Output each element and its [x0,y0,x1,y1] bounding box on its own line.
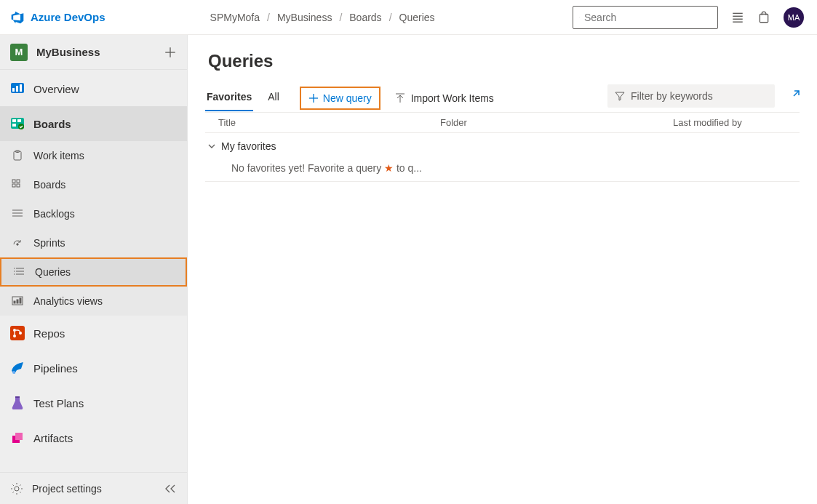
svg-rect-6 [760,14,768,22]
azure-devops-icon [10,10,25,25]
svg-rect-45 [15,433,23,440]
sidebar-item-boards-sub[interactable]: Boards [0,170,187,199]
breadcrumb-separator: / [267,12,270,23]
artifacts-icon [10,431,25,445]
project-avatar: M [10,44,28,61]
sidebar-item-artifacts[interactable]: Artifacts [0,420,187,455]
repos-icon [10,326,25,340]
sidebar-item-workitems[interactable]: Work items [0,141,187,170]
shopping-bag-icon[interactable] [757,11,770,24]
testplans-icon [10,396,25,410]
svg-rect-22 [17,180,20,183]
project-name: MyBusiness [36,46,155,58]
sidebar-item-label: Artifacts [33,432,73,444]
sidebar-item-boards[interactable]: Boards [0,106,187,141]
svg-rect-15 [12,124,16,127]
tab-all[interactable]: All [266,85,281,111]
sidebar-item-label: Work items [33,150,84,161]
breadcrumb: SPMyMofa / MyBusiness / Boards / Queries [210,12,435,23]
sidebar-item-label: Sprints [33,237,65,249]
star-icon: ★ [384,162,394,174]
svg-rect-11 [16,86,18,92]
breadcrumb-item[interactable]: Queries [399,12,435,23]
svg-point-40 [13,335,16,337]
tab-favorites[interactable]: Favorites [205,85,253,111]
breadcrumb-item[interactable]: SPMyMofa [210,12,260,23]
collapse-icon[interactable] [164,484,177,494]
filter-icon [615,91,625,101]
sidebar-item-queries[interactable]: Queries [0,257,187,287]
sidebar-item-analytics[interactable]: Analytics views [0,287,187,316]
sidebar-item-pipelines[interactable]: Pipelines [0,351,187,385]
gear-icon [10,482,23,495]
pivot-group: Favorites All [205,85,281,111]
col-folder[interactable]: Folder [440,117,673,128]
breadcrumb-item[interactable]: Boards [349,12,381,23]
sprint-icon [10,236,25,250]
user-avatar[interactable]: MA [784,7,804,28]
filter-by-keywords[interactable]: Filter by keywords [607,84,775,108]
svg-point-42 [12,371,15,374]
body: M MyBusiness Overview Boards Work items [0,35,817,504]
svg-point-39 [13,329,16,332]
new-query-button[interactable]: New query [300,87,380,110]
import-icon [395,93,405,103]
sidebar-item-label: Boards [33,179,65,191]
svg-point-0 [579,17,580,17]
sidebar-item-repos[interactable]: Repos [0,316,187,351]
import-work-items-button[interactable]: Import Work Items [391,88,498,108]
chevron-down-icon [207,142,217,151]
sidebar-item-overview[interactable]: Overview [0,71,187,106]
svg-rect-43 [15,396,20,398]
topbar-right: MA [573,6,804,29]
svg-rect-38 [10,326,25,340]
favorites-empty-message: No favorites yet! Favorite a query ★ to … [205,158,800,182]
top-bar: Azure DevOps SPMyMofa / MyBusiness / Boa… [0,0,817,35]
svg-rect-20 [12,180,15,183]
project-selector[interactable]: M MyBusiness [0,35,187,70]
fullscreen-button[interactable] [788,90,800,102]
svg-point-46 [15,487,19,491]
queries-icon [12,265,26,279]
sidebar: M MyBusiness Overview Boards Work items [0,35,188,504]
breadcrumb-separator: / [389,12,392,23]
sidebar-item-sprints[interactable]: Sprints [0,228,187,257]
avatar-initials: MA [788,13,800,22]
col-last-modified[interactable]: Last modified by [673,117,795,128]
sidebar-item-label: Backlogs [33,208,75,220]
column-headers: Title Folder Last modified by [205,113,800,133]
sidebar-item-label: Test Plans [33,397,84,409]
svg-rect-35 [14,301,15,303]
plus-icon[interactable] [164,46,177,59]
filter-placeholder: Filter by keywords [631,90,713,102]
brand[interactable]: Azure DevOps [10,10,105,25]
page-title: Queries [208,51,800,71]
nav: Overview Boards Work items Boards [0,70,187,455]
sidebar-item-project-settings[interactable]: Project settings [0,472,187,504]
breadcrumb-item[interactable]: MyBusiness [277,12,332,23]
sidebar-item-label: Boards [33,118,71,130]
main-content: Queries Favorites All New query Import W… [188,35,817,504]
sidebar-item-testplans[interactable]: Test Plans [0,385,187,420]
kanban-icon [10,177,25,192]
plus-icon [308,93,319,103]
svg-rect-23 [17,184,20,187]
svg-point-27 [17,244,18,245]
sidebar-item-backlogs[interactable]: Backlogs [0,199,187,228]
svg-rect-37 [20,298,21,303]
search-box[interactable] [573,6,718,29]
svg-rect-16 [17,119,21,122]
sidebar-item-label: Analytics views [33,295,103,307]
search-icon [579,12,580,23]
pipelines-icon [10,361,25,375]
col-title[interactable]: Title [218,117,440,128]
svg-rect-10 [12,88,15,92]
group-label: My favorites [221,140,276,152]
list-icon[interactable] [731,11,744,24]
search-input[interactable] [584,12,712,23]
group-my-favorites[interactable]: My favorites [205,133,800,158]
sidebar-item-label: Queries [35,266,71,278]
expand-icon [788,90,800,102]
sidebar-item-label: Repos [33,327,65,340]
sidebar-item-label: Pipelines [33,362,78,375]
